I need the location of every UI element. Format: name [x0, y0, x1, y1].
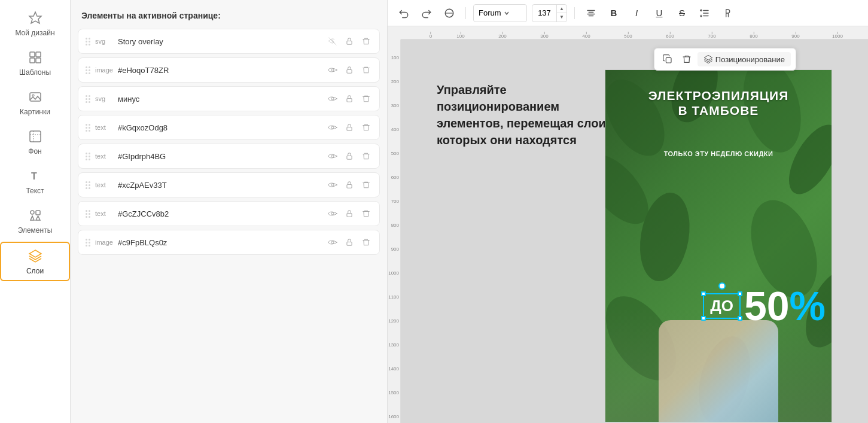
sidebar-item-my-design[interactable]: Мой дизайн: [0, 5, 70, 42]
sidebar-item-text[interactable]: T Текст: [0, 163, 70, 200]
bold-button[interactable]: B: [605, 4, 623, 22]
delete-element-button[interactable]: [678, 51, 695, 68]
ruler-top: 0 100 200 300 400 500 600 700 800 900 10…: [401, 26, 868, 39]
resize-handle-tl[interactable]: [701, 291, 706, 296]
canvas-do-label: ДО: [710, 297, 733, 315]
layer-item-6[interactable]: text #GcZJCCv8b2: [78, 201, 380, 226]
canvas-week-text: ТОЛЬКО ЭТУ НЕДЕЛЮ СКИДКИ: [605, 148, 832, 159]
lock-btn-0[interactable]: [343, 35, 355, 47]
font-size-value: 137: [532, 8, 556, 17]
lock-btn-1[interactable]: [343, 64, 355, 76]
sidebar-item-layers[interactable]: Слои: [0, 242, 70, 281]
lock-btn-5[interactable]: [343, 179, 355, 191]
ruler-mark-v: 300: [391, 103, 399, 108]
layer-type-5: text: [95, 181, 113, 188]
ruler-mark-v: 1300: [388, 342, 399, 348]
sidebar-item-background[interactable]: Фон: [0, 123, 70, 160]
drag-handle-6[interactable]: [86, 210, 90, 218]
drag-handle-3[interactable]: [86, 124, 90, 132]
svg-point-19: [331, 98, 334, 100]
drag-handle-5[interactable]: [86, 181, 90, 189]
drag-handle-4[interactable]: [86, 153, 90, 160]
layer-actions-1: [327, 64, 372, 76]
ruler-mark: 500: [624, 34, 632, 39]
positioning-button[interactable]: Позиционирование: [698, 52, 791, 66]
layer-item-7[interactable]: image #c9FpBLQs0z: [78, 230, 380, 255]
lock-btn-2[interactable]: [343, 93, 355, 105]
drag-handle-0[interactable]: [86, 38, 90, 45]
ruler-mark: 800: [750, 34, 757, 39]
canvas-top-text: ЭЛЕКТРОЭПИЛЯЦИЯ В ТАМБОВЕ: [605, 88, 832, 118]
layer-item-4[interactable]: text #GIpdrph4BG: [78, 144, 380, 169]
svg-rect-16: [347, 41, 352, 44]
main-area: Forum 137 ▲ ▼ B I: [388, 0, 868, 423]
delete-btn-4[interactable]: [360, 150, 372, 162]
delete-btn-2[interactable]: [360, 93, 372, 105]
floating-toolbar: Позиционирование: [654, 48, 796, 71]
visibility-btn-0[interactable]: [327, 35, 339, 47]
canvas-do-element[interactable]: ДО: [703, 293, 741, 319]
visibility-btn-2[interactable]: [327, 93, 339, 105]
visibility-btn-1[interactable]: [327, 64, 339, 76]
lock-btn-6[interactable]: [343, 208, 355, 220]
paragraph-button[interactable]: [718, 4, 736, 22]
svg-point-27: [331, 212, 334, 215]
ruler-mark: 100: [456, 34, 464, 39]
delete-btn-5[interactable]: [360, 179, 372, 191]
ruler-mark: 300: [540, 34, 548, 39]
drag-handle-1[interactable]: [86, 66, 90, 74]
grid-icon: [27, 49, 44, 66]
resize-handle-br[interactable]: [738, 316, 742, 321]
line-spacing-button[interactable]: [696, 4, 714, 22]
delete-btn-1[interactable]: [360, 64, 372, 76]
layer-actions-7: [327, 236, 372, 248]
lock-btn-4[interactable]: [343, 150, 355, 162]
ruler-mark: 400: [582, 34, 590, 39]
lock-btn-3[interactable]: [343, 121, 355, 133]
layer-item-0[interactable]: svg Story overlay: [78, 29, 380, 54]
visibility-btn-6[interactable]: [327, 208, 339, 220]
visibility-btn-5[interactable]: [327, 179, 339, 191]
layer-actions-2: [327, 93, 372, 105]
sidebar-label-elements: Элементы: [18, 226, 53, 235]
delete-btn-0[interactable]: [360, 35, 372, 47]
font-selector[interactable]: Forum: [473, 4, 527, 22]
sidebar-item-templates[interactable]: Шаблоны: [0, 44, 70, 81]
drag-handle-2[interactable]: [86, 95, 90, 103]
layer-name-0: Story overlay: [118, 37, 322, 46]
italic-button[interactable]: I: [628, 4, 645, 22]
ruler-mark: 700: [708, 34, 715, 39]
layer-item-3[interactable]: text #kGqxozOdg8: [78, 115, 380, 140]
sidebar-item-images[interactable]: Картинки: [0, 84, 70, 121]
font-size-up[interactable]: ▲: [557, 5, 567, 13]
ruler-mark: 0: [430, 34, 432, 39]
rotate-handle[interactable]: [718, 282, 726, 290]
underline-button[interactable]: U: [650, 4, 668, 22]
transform-button[interactable]: [440, 4, 458, 22]
resize-handle-bl[interactable]: [701, 316, 706, 321]
layer-type-6: text: [95, 210, 113, 217]
strikethrough-button[interactable]: S: [673, 4, 691, 22]
sidebar-item-elements[interactable]: Элементы: [0, 202, 70, 239]
canvas-design[interactable]: ЭЛЕКТРОЭПИЛЯЦИЯ В ТАМБОВЕ ТОЛЬКО ЭТУ НЕД…: [605, 69, 832, 422]
layer-type-7: image: [95, 239, 113, 246]
delete-btn-3[interactable]: [360, 121, 372, 133]
resize-handle-tr[interactable]: [738, 291, 742, 296]
visibility-btn-4[interactable]: [327, 150, 339, 162]
visibility-btn-3[interactable]: [327, 121, 339, 133]
font-size-down[interactable]: ▼: [557, 13, 567, 22]
ruler-mark-v: 100: [391, 55, 399, 60]
redo-button[interactable]: [418, 4, 435, 22]
delete-btn-6[interactable]: [360, 208, 372, 220]
layer-item-1[interactable]: image #eHoqoT78ZR: [78, 57, 380, 83]
undo-button[interactable]: [395, 4, 413, 22]
visibility-btn-7[interactable]: [327, 236, 339, 248]
lock-btn-7[interactable]: [343, 236, 355, 248]
drag-handle-7[interactable]: [86, 239, 90, 247]
delete-btn-7[interactable]: [360, 236, 372, 248]
layer-item-2[interactable]: svg минус: [78, 86, 380, 111]
copy-element-button[interactable]: [659, 51, 676, 68]
layer-item-5[interactable]: text #xcZpAEv33T: [78, 172, 380, 197]
canvas-image-bg: ЭЛЕКТРОЭПИЛЯЦИЯ В ТАМБОВЕ ТОЛЬКО ЭТУ НЕД…: [605, 70, 832, 422]
align-center-button[interactable]: [582, 4, 600, 22]
